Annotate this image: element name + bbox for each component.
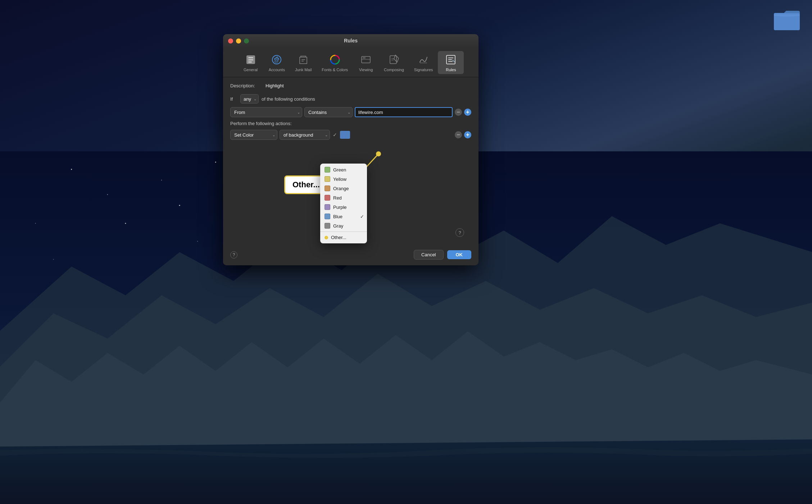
svg-rect-21 bbox=[363, 57, 366, 59]
callout-label: Other... bbox=[292, 180, 320, 189]
any-select[interactable]: any all bbox=[240, 94, 259, 104]
svg-point-4 bbox=[107, 194, 108, 195]
description-row: Description: Highlight bbox=[230, 83, 471, 88]
junk-mail-icon bbox=[297, 53, 310, 66]
toolbar-item-viewing[interactable]: Viewing bbox=[353, 51, 379, 74]
junk-mail-label: Junk Mail bbox=[295, 68, 312, 72]
svg-point-8 bbox=[53, 259, 54, 260]
dropdown-item-red[interactable]: Red bbox=[320, 193, 367, 202]
contains-select-wrapper[interactable]: Contains Does not contain ⌄ bbox=[304, 107, 353, 117]
svg-rect-12 bbox=[248, 57, 253, 58]
checkmark-icon: ✓ bbox=[333, 132, 337, 138]
gray-swatch bbox=[325, 223, 330, 229]
actions-label: Perform the following actions: bbox=[230, 121, 471, 126]
svg-point-5 bbox=[35, 223, 36, 224]
toolbar-item-composing[interactable]: Composing bbox=[379, 51, 409, 74]
window-controls bbox=[228, 38, 249, 43]
svg-point-1 bbox=[71, 169, 72, 170]
toolbar-item-rules[interactable]: Rules bbox=[438, 51, 464, 74]
from-select-wrapper[interactable]: From To Subject ⌄ bbox=[230, 107, 302, 117]
composing-label: Composing bbox=[384, 68, 404, 72]
condition-item: From To Subject ⌄ Contains Does not cont… bbox=[230, 107, 471, 117]
fonts-colors-icon bbox=[328, 53, 341, 66]
green-swatch bbox=[325, 167, 330, 173]
accounts-label: Accounts bbox=[269, 68, 285, 72]
desktop: Rules General @ Accounts Junk Mail bbox=[0, 0, 812, 504]
dropdown-item-gray[interactable]: Gray bbox=[320, 221, 367, 230]
bottom-row: ? Cancel OK bbox=[230, 250, 471, 260]
toolbar-item-signatures[interactable]: Signatures bbox=[409, 51, 438, 74]
description-label: Description: bbox=[230, 83, 263, 88]
rules-label: Rules bbox=[446, 68, 456, 72]
svg-point-6 bbox=[179, 205, 180, 206]
remove-action-button[interactable]: − bbox=[455, 131, 462, 138]
viewing-label: Viewing bbox=[359, 68, 373, 72]
toolbar-item-fonts-colors[interactable]: Fonts & Colors bbox=[317, 51, 353, 74]
other-label: Other... bbox=[331, 235, 346, 240]
svg-rect-13 bbox=[248, 59, 253, 60]
content-help-button[interactable]: ? bbox=[455, 228, 464, 237]
dropdown-item-purple[interactable]: Purple bbox=[320, 202, 367, 212]
red-swatch bbox=[325, 195, 330, 201]
if-label: If bbox=[230, 96, 237, 102]
of-background-select[interactable]: of background of text bbox=[280, 130, 330, 140]
description-value: Highlight bbox=[266, 83, 284, 88]
toolbar-item-accounts[interactable]: @ Accounts bbox=[264, 51, 290, 74]
dropdown-item-green[interactable]: Green bbox=[320, 165, 367, 174]
maximize-button[interactable] bbox=[244, 38, 249, 43]
purple-swatch bbox=[325, 204, 330, 210]
add-condition-button[interactable]: + bbox=[464, 109, 471, 116]
toolbar-item-junk-mail[interactable]: Junk Mail bbox=[290, 51, 317, 74]
general-label: General bbox=[244, 68, 258, 72]
yellow-label: Yellow bbox=[333, 177, 346, 182]
email-input[interactable] bbox=[355, 107, 453, 117]
help-button[interactable]: ? bbox=[230, 251, 237, 258]
from-select[interactable]: From To Subject bbox=[230, 107, 302, 117]
svg-point-3 bbox=[215, 161, 216, 162]
dropdown-item-orange[interactable]: Orange bbox=[320, 184, 367, 193]
rules-window: Rules General @ Accounts Junk Mail bbox=[223, 34, 478, 265]
accounts-icon: @ bbox=[270, 53, 283, 66]
action-item: Set Color Mark as Read Move to Mailbox ⌄… bbox=[230, 130, 471, 140]
toolbar-item-general[interactable]: General bbox=[238, 51, 264, 74]
color-dropdown-menu: Green Yellow Orange Red Purple Blue ✓ bbox=[320, 164, 367, 243]
signatures-icon bbox=[417, 53, 430, 66]
svg-point-2 bbox=[161, 180, 162, 180]
condition-header: If any all ⌄ of the following conditions bbox=[230, 94, 471, 104]
dropdown-item-yellow[interactable]: Yellow bbox=[320, 174, 367, 184]
svg-rect-14 bbox=[248, 61, 252, 63]
window-title: Rules bbox=[344, 38, 358, 46]
fonts-colors-label: Fonts & Colors bbox=[322, 68, 348, 72]
add-action-button[interactable]: + bbox=[464, 131, 471, 138]
contains-select[interactable]: Contains Does not contain bbox=[304, 107, 353, 117]
signatures-label: Signatures bbox=[414, 68, 433, 72]
desktop-folder[interactable] bbox=[772, 7, 801, 32]
svg-point-9 bbox=[125, 223, 126, 224]
composing-icon bbox=[387, 53, 400, 66]
set-color-select[interactable]: Set Color Mark as Read Move to Mailbox bbox=[230, 130, 277, 140]
close-button[interactable] bbox=[228, 38, 233, 43]
remove-condition-button[interactable]: − bbox=[455, 109, 462, 116]
svg-point-10 bbox=[197, 241, 198, 242]
of-background-select-wrapper[interactable]: of background of text ⌄ bbox=[280, 130, 330, 140]
purple-label: Purple bbox=[333, 205, 347, 210]
yellow-swatch bbox=[325, 176, 330, 182]
set-color-select-wrapper[interactable]: Set Color Mark as Read Move to Mailbox ⌄ bbox=[230, 130, 277, 140]
cancel-button[interactable]: Cancel bbox=[414, 250, 443, 260]
gray-label: Gray bbox=[333, 223, 343, 229]
blue-swatch bbox=[325, 214, 330, 219]
svg-rect-22 bbox=[390, 56, 396, 64]
any-select-wrapper[interactable]: any all ⌄ bbox=[240, 94, 259, 104]
ok-button[interactable]: OK bbox=[447, 250, 472, 259]
blue-label: Blue bbox=[333, 214, 343, 219]
title-bar: Rules bbox=[223, 34, 478, 48]
dropdown-item-blue[interactable]: Blue ✓ bbox=[320, 212, 367, 221]
selected-checkmark: ✓ bbox=[360, 214, 364, 219]
dropdown-item-other[interactable]: Other... bbox=[320, 233, 367, 242]
orange-swatch bbox=[325, 185, 330, 191]
green-label: Green bbox=[333, 167, 346, 173]
svg-text:@: @ bbox=[274, 58, 279, 63]
folder-icon bbox=[774, 9, 800, 30]
minimize-button[interactable] bbox=[236, 38, 241, 43]
dropdown-divider bbox=[320, 232, 367, 232]
